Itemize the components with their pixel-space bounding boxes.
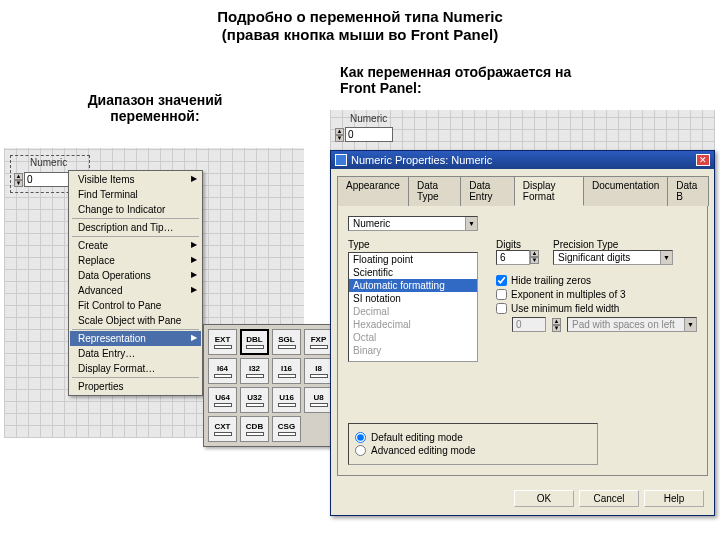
type-label: Type [348,239,478,250]
type-si[interactable]: SI notation [349,292,477,305]
numeric-label-left: Numeric [30,157,67,168]
precision-dropdown[interactable]: Significant digits▼ [553,250,673,265]
rep-fxp[interactable]: FXP [304,329,333,355]
rep-i8[interactable]: I8 [304,358,333,384]
page-title-1: Подробно о переменной типа Numeric [0,8,720,25]
menu-visible-items[interactable]: Visible Items▶ [70,172,201,187]
digits-label: Digits [496,239,539,250]
min-field-width-checkbox[interactable]: Use minimum field width [496,303,697,314]
tab-appearance[interactable]: Appearance [337,176,409,206]
advanced-editing-radio[interactable]: Advanced editing mode [355,445,591,456]
type-absolute-time[interactable]: Absolute time [349,361,477,362]
menu-replace[interactable]: Replace▶ [70,253,201,268]
type-list[interactable]: Floating point Scientific Automatic form… [348,252,478,362]
rep-cxt[interactable]: CXT [208,416,237,442]
type-floating-point[interactable]: Floating point [349,253,477,266]
chevron-down-icon: ▼ [684,318,696,331]
tab-data-b[interactable]: Data B [667,176,709,206]
menu-advanced[interactable]: Advanced▶ [70,283,201,298]
dialog-titlebar[interactable]: Numeric Properties: Numeric ✕ [331,151,714,169]
editing-mode-group: Default editing mode Advanced editing mo… [348,423,598,465]
min-field-width-input: 0 [512,317,546,332]
digits-spin-up-icon[interactable]: ▲ [530,250,539,257]
menu-desc-tip[interactable]: Description and Tip… [70,220,201,235]
tab-data-type[interactable]: Data Type [408,176,461,206]
pad-dropdown: Pad with spaces on left▼ [567,317,697,332]
type-hex: Hexadecimal [349,318,477,331]
type-decimal: Decimal [349,305,477,318]
tab-documentation[interactable]: Documentation [583,176,668,206]
menu-find-terminal[interactable]: Find Terminal [70,187,201,202]
close-icon[interactable]: ✕ [696,154,710,166]
type-binary: Binary [349,344,477,357]
menu-change-indicator[interactable]: Change to Indicator [70,202,201,217]
minw-spin-up-icon: ▲ [552,318,561,325]
dialog-title: Numeric Properties: Numeric [351,154,492,166]
menu-create[interactable]: Create▶ [70,238,201,253]
numeric-input-right[interactable]: 0 [345,127,393,142]
page-title-2: (правая кнопка мыши во Front Panel) [0,26,720,43]
rep-u32[interactable]: U32 [240,387,269,413]
rep-u64[interactable]: U64 [208,387,237,413]
dialog-buttons: OK Cancel Help [331,482,714,515]
menu-data-operations[interactable]: Data Operations▶ [70,268,201,283]
left-subtitle: Диапазон значенийпеременной: [60,92,250,124]
spin-down-icon[interactable]: ▼ [335,135,344,142]
default-editing-radio[interactable]: Default editing mode [355,432,591,443]
rep-dbl[interactable]: DBL [240,329,269,355]
help-button[interactable]: Help [644,490,704,507]
menu-display-format[interactable]: Display Format… [70,361,201,376]
rep-sgl[interactable]: SGL [272,329,301,355]
hide-trailing-zeros-checkbox[interactable]: Hide trailing zeros [496,275,697,286]
menu-representation[interactable]: Representation▶ [70,331,201,346]
right-subtitle: Как переменная отображается наFront Pane… [340,64,670,96]
display-format-pane: Numeric▼ Type Floating point Scientific … [337,206,708,476]
spin-up-icon[interactable]: ▲ [335,128,344,135]
tab-data-entry[interactable]: Data Entry [460,176,515,206]
rep-u16[interactable]: U16 [272,387,301,413]
rep-i16[interactable]: I16 [272,358,301,384]
minw-spin-down-icon: ▼ [552,325,561,332]
context-menu: Visible Items▶ Find Terminal Change to I… [68,170,203,396]
digits-input[interactable]: 6 [496,250,530,265]
rep-i32[interactable]: I32 [240,358,269,384]
rep-u8[interactable]: U8 [304,387,333,413]
type-scientific[interactable]: Scientific [349,266,477,279]
menu-fit-control[interactable]: Fit Control to Pane [70,298,201,313]
chevron-down-icon: ▼ [660,251,672,264]
menu-properties[interactable]: Properties [70,379,201,394]
ok-button[interactable]: OK [514,490,574,507]
representation-flyout: EXT DBL SGL FXP I64 I32 I16 I8 U64 U32 U… [203,324,338,447]
numeric-control-right[interactable]: ▲ ▼ 0 [335,127,393,142]
app-icon [335,154,347,166]
rep-i64[interactable]: I64 [208,358,237,384]
spin-down-icon[interactable]: ▼ [14,180,23,187]
type-automatic[interactable]: Automatic formatting [349,279,477,292]
digits-spin-down-icon[interactable]: ▼ [530,257,539,264]
rep-cdb[interactable]: CDB [240,416,269,442]
exponent-mult3-checkbox[interactable]: Exponent in multiples of 3 [496,289,697,300]
type-octal: Octal [349,331,477,344]
spin-up-icon[interactable]: ▲ [14,173,23,180]
menu-data-entry[interactable]: Data Entry… [70,346,201,361]
precision-label: Precision Type [553,239,673,250]
cancel-button[interactable]: Cancel [579,490,639,507]
numeric-label-right: Numeric [350,113,387,124]
chevron-down-icon: ▼ [465,217,477,230]
menu-scale-object[interactable]: Scale Object with Pane [70,313,201,328]
numeric-control-left[interactable]: ▲ ▼ 0 [14,172,72,187]
rep-csg[interactable]: CSG [272,416,301,442]
tab-display-format[interactable]: Display Format [514,176,584,206]
numeric-dropdown[interactable]: Numeric▼ [348,216,478,231]
tabs: Appearance Data Type Data Entry Display … [337,175,708,206]
properties-dialog: Numeric Properties: Numeric ✕ Appearance… [330,150,715,516]
numeric-input-left[interactable]: 0 [24,172,72,187]
rep-ext[interactable]: EXT [208,329,237,355]
